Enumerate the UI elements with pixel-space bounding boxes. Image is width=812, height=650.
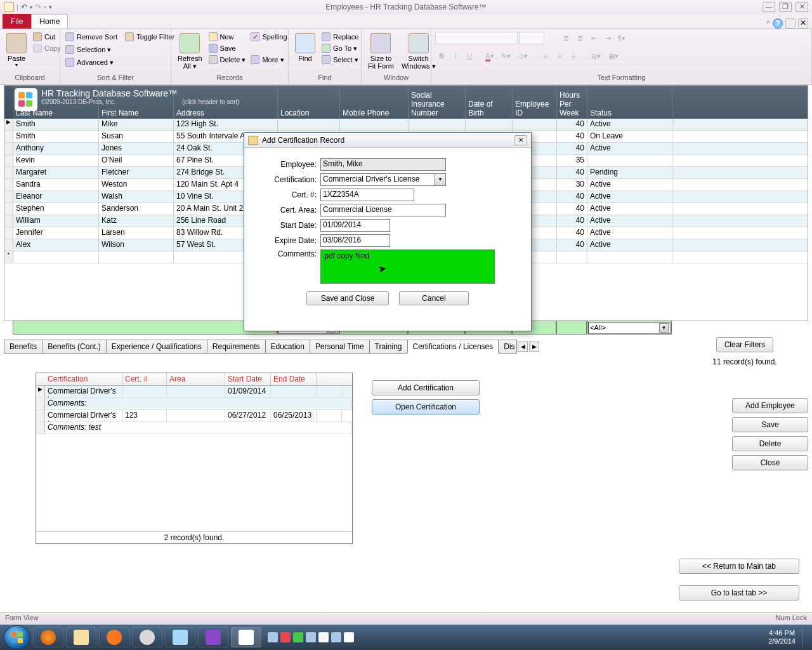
maximize-button[interactable]: ❐ — [779, 2, 792, 12]
tab-home[interactable]: Home — [31, 14, 68, 29]
tab-requirements[interactable]: Requirements — [207, 340, 266, 354]
tab-experience[interactable]: Experience / Qualifications — [106, 340, 207, 354]
taskbar-media[interactable] — [99, 627, 129, 647]
add-certification-button[interactable]: Add Certification — [372, 380, 480, 395]
go-last-tab-button[interactable]: Go to last tab >> — [679, 585, 799, 600]
tab-file[interactable]: File — [3, 14, 31, 29]
bullets-icon[interactable]: ≣ — [560, 32, 572, 44]
cert-col-area[interactable]: Area — [167, 373, 225, 385]
taskbar-explorer[interactable] — [66, 627, 96, 647]
show-desktop-button[interactable] — [802, 627, 808, 647]
align-left-icon[interactable]: ≡ — [539, 50, 552, 62]
refresh-all-button[interactable]: Refresh All ▾ — [175, 32, 205, 72]
selection-button[interactable]: Selection ▾ — [64, 44, 119, 55]
col-mobile[interactable]: Mobile Phone — [343, 109, 389, 117]
clear-filters-button[interactable]: Clear Filters — [716, 337, 773, 352]
tray-icon[interactable] — [318, 632, 329, 642]
undo-icon[interactable]: ↶ — [21, 3, 27, 11]
alt-row-color-icon[interactable]: ▦▾ — [605, 50, 622, 62]
save-button[interactable]: Save — [207, 43, 247, 53]
field-cert-area[interactable]: Commercial License — [320, 204, 446, 216]
toggle-filter-button[interactable]: Toggle Filter — [124, 32, 176, 42]
close-button[interactable]: ✕ — [796, 2, 808, 12]
align-center-icon[interactable]: ≡ — [553, 50, 566, 62]
text-direction-icon[interactable]: ¶▾ — [615, 32, 628, 44]
col-location[interactable]: Location — [280, 109, 309, 117]
return-main-tab-button[interactable]: << Return to Main tab — [679, 559, 799, 574]
col-status[interactable]: Status — [590, 109, 612, 117]
cert-col-certification[interactable]: Certification — [45, 373, 122, 385]
col-dob[interactable]: Date of Birth — [468, 100, 509, 117]
font-name-combo[interactable] — [435, 32, 518, 44]
cert-row[interactable]: Commercial Driver's L12306/27/201206/25/… — [36, 410, 352, 422]
start-button[interactable] — [4, 625, 30, 649]
taskbar-app2[interactable] — [165, 627, 195, 647]
tray-volume-icon[interactable] — [344, 632, 354, 642]
taskbar-app1[interactable] — [132, 627, 162, 647]
tab-benefits[interactable]: Benefits — [4, 340, 43, 354]
italic-icon[interactable]: I — [449, 50, 462, 62]
highlight-icon[interactable]: ✎▾ — [497, 50, 514, 62]
save-and-close-button[interactable]: Save and Close — [306, 291, 389, 305]
indent-inc-icon[interactable]: ⇥ — [601, 32, 614, 44]
align-right-icon[interactable]: ≡ — [567, 50, 580, 62]
select-button[interactable]: Select ▾ — [320, 55, 360, 65]
tab-scroll-left[interactable]: ◀ — [518, 342, 528, 352]
restore-window-icon[interactable] — [785, 18, 796, 29]
gridlines-icon[interactable]: ⊞▾ — [587, 50, 604, 62]
cancel-button[interactable]: Cancel — [399, 291, 469, 305]
col-first-name[interactable]: First Name — [102, 109, 139, 117]
tab-personal-time[interactable]: Personal Time — [310, 340, 370, 354]
minimize-button[interactable]: — — [763, 2, 775, 12]
more-button[interactable]: More ▾ — [249, 55, 288, 65]
paste-button[interactable]: Paste▾ — [4, 32, 29, 69]
new-button[interactable]: New — [207, 32, 247, 42]
goto-button[interactable]: Go To ▾ — [320, 43, 360, 53]
indent-dec-icon[interactable]: ⇤ — [587, 32, 600, 44]
delete-button[interactable]: Delete ▾ — [207, 55, 247, 65]
spelling-button[interactable]: ✓Spelling — [249, 32, 288, 42]
replace-button[interactable]: Replace — [320, 32, 360, 42]
tab-training[interactable]: Training — [369, 340, 408, 354]
field-comments[interactable]: .pdf copy filed — [320, 249, 495, 284]
cut-button[interactable]: Cut — [32, 32, 62, 42]
cert-col-num[interactable]: Cert. # — [122, 373, 167, 385]
underline-icon[interactable]: U — [463, 50, 476, 62]
copy-button[interactable]: Copy — [32, 43, 62, 53]
remove-sort-button[interactable]: Remove Sort — [64, 32, 119, 42]
close-window-icon[interactable]: ✕ — [798, 18, 808, 29]
col-address[interactable]: Address — [176, 109, 204, 117]
tray-icon[interactable] — [306, 632, 316, 642]
fill-color-icon[interactable]: ◇▾ — [515, 50, 532, 62]
find-button[interactable]: Find — [292, 32, 318, 63]
add-employee-button[interactable]: Add Employee — [732, 398, 808, 413]
field-start-date[interactable]: 01/09/2014 — [320, 219, 390, 232]
redo-icon[interactable]: ↷ — [35, 3, 41, 11]
table-row[interactable]: ▶SmithMike123 High St.40Active — [4, 119, 808, 131]
open-certification-button[interactable]: Open Certification — [372, 399, 480, 415]
tab-benefits-cont[interactable]: Benefits (Cont.) — [42, 340, 106, 354]
help-icon[interactable]: ? — [773, 18, 783, 29]
tray-network-icon[interactable] — [331, 632, 341, 642]
cert-col-end[interactable]: End Date — [271, 373, 317, 385]
taskbar-firefox[interactable] — [33, 627, 63, 647]
tab-certifications[interactable]: Certifications / Licenses — [407, 340, 499, 354]
field-certification[interactable]: Commercial Driver's License — [320, 173, 435, 186]
size-to-fit-button[interactable]: Size to Fit Form — [365, 32, 396, 71]
taskbar-hr-app[interactable] — [231, 627, 261, 647]
tray-icon[interactable] — [280, 632, 291, 642]
tab-dis[interactable]: Dis — [498, 340, 517, 354]
minimize-ribbon-icon[interactable]: ^ — [766, 19, 770, 28]
tray-icon[interactable] — [268, 632, 278, 642]
col-sin[interactable]: Social Insurance Number — [411, 91, 445, 117]
col-empid[interactable]: Employee ID — [515, 100, 554, 117]
cert-row[interactable]: ▶Commercial Driver's L01/09/2014 — [36, 386, 352, 398]
qat-customize-icon[interactable]: ▾ — [49, 4, 52, 10]
taskbar-clock[interactable]: 4:46 PM2/9/2014 — [768, 629, 799, 646]
field-cert-num[interactable]: 1XZ2354A — [320, 189, 414, 201]
col-hpw[interactable]: Hours Per Week — [560, 91, 580, 117]
numbering-icon[interactable]: ≣ — [573, 32, 586, 44]
taskbar-vs[interactable] — [198, 627, 228, 647]
tray-icon[interactable] — [293, 632, 303, 642]
font-size-combo[interactable] — [519, 32, 544, 44]
